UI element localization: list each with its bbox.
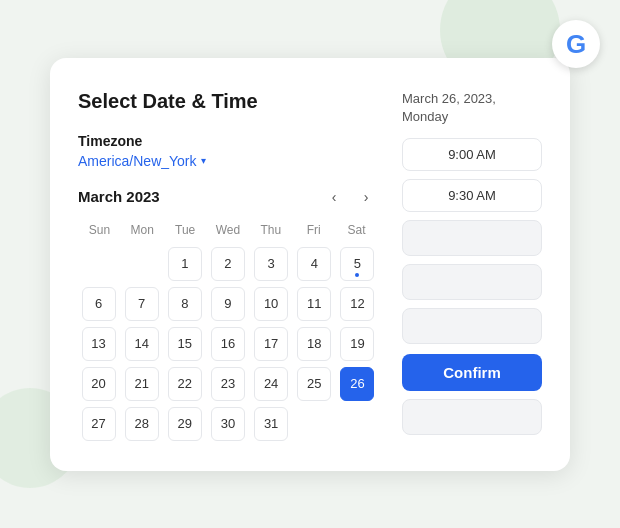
time-slot-1[interactable]: 9:00 AM xyxy=(402,138,542,171)
calendar-day-23[interactable]: 23 xyxy=(211,367,245,401)
calendar-day-29[interactable]: 29 xyxy=(168,407,202,441)
time-slot-empty-3 xyxy=(402,308,542,344)
calendar-day-18[interactable]: 18 xyxy=(297,327,331,361)
chevron-down-icon: ▾ xyxy=(201,155,206,166)
day-header-sat: Sat xyxy=(335,221,378,239)
calendar-grid: 1234567891011121314151617181920212223242… xyxy=(78,245,378,443)
calendar-day-27[interactable]: 27 xyxy=(82,407,116,441)
calendar-day-12[interactable]: 12 xyxy=(340,287,374,321)
calendar-day-11[interactable]: 11 xyxy=(297,287,331,321)
calendar-day-1[interactable]: 1 xyxy=(168,247,202,281)
calendar-day-2[interactable]: 2 xyxy=(211,247,245,281)
day-header-fri: Fri xyxy=(292,221,335,239)
calendar-day-9[interactable]: 9 xyxy=(211,287,245,321)
next-month-button[interactable]: › xyxy=(354,185,378,209)
calendar-day-4[interactable]: 4 xyxy=(297,247,331,281)
cal-empty xyxy=(82,247,116,281)
calendar-day-7[interactable]: 7 xyxy=(125,287,159,321)
calendar-day-21[interactable]: 21 xyxy=(125,367,159,401)
calendar-day-14[interactable]: 14 xyxy=(125,327,159,361)
calendar-day-19[interactable]: 19 xyxy=(340,327,374,361)
calendar-day-10[interactable]: 10 xyxy=(254,287,288,321)
left-panel: Select Date & Time Timezone America/New_… xyxy=(78,90,378,443)
selected-date-header: March 26, 2023, Monday xyxy=(402,90,542,126)
day-header-tue: Tue xyxy=(164,221,207,239)
main-card: Select Date & Time Timezone America/New_… xyxy=(50,58,570,471)
nav-arrows: ‹ › xyxy=(322,185,378,209)
calendar-day-15[interactable]: 15 xyxy=(168,327,202,361)
calendar-day-31[interactable]: 31 xyxy=(254,407,288,441)
timezone-dropdown[interactable]: America/New_York ▾ xyxy=(78,153,378,169)
day-header-thu: Thu xyxy=(249,221,292,239)
cal-empty xyxy=(125,247,159,281)
prev-month-button[interactable]: ‹ xyxy=(322,185,346,209)
calendar-day-30[interactable]: 30 xyxy=(211,407,245,441)
month-nav: March 2023 ‹ › xyxy=(78,185,378,209)
calendar-day-6[interactable]: 6 xyxy=(82,287,116,321)
calendar-day-20[interactable]: 20 xyxy=(82,367,116,401)
calendar-day-5[interactable]: 5 xyxy=(340,247,374,281)
time-slot-empty-1 xyxy=(402,220,542,256)
right-panel: March 26, 2023, Monday 9:00 AM 9:30 AM C… xyxy=(402,90,542,443)
calendar-header: Sun Mon Tue Wed Thu Fri Sat xyxy=(78,221,378,239)
panel-title: Select Date & Time xyxy=(78,90,378,113)
google-icon: G xyxy=(552,20,600,68)
calendar-day-3[interactable]: 3 xyxy=(254,247,288,281)
calendar-day-16[interactable]: 16 xyxy=(211,327,245,361)
confirm-button[interactable]: Confirm xyxy=(402,354,542,391)
calendar-day-28[interactable]: 28 xyxy=(125,407,159,441)
day-header-sun: Sun xyxy=(78,221,121,239)
calendar-day-24[interactable]: 24 xyxy=(254,367,288,401)
day-header-mon: Mon xyxy=(121,221,164,239)
month-label: March 2023 xyxy=(78,188,160,205)
calendar: Sun Mon Tue Wed Thu Fri Sat 123456789101… xyxy=(78,221,378,443)
calendar-day-25[interactable]: 25 xyxy=(297,367,331,401)
time-slot-empty-4 xyxy=(402,399,542,435)
timezone-label: Timezone xyxy=(78,133,378,149)
calendar-day-22[interactable]: 22 xyxy=(168,367,202,401)
time-slot-empty-2 xyxy=(402,264,542,300)
day-header-wed: Wed xyxy=(207,221,250,239)
calendar-day-13[interactable]: 13 xyxy=(82,327,116,361)
time-slot-2[interactable]: 9:30 AM xyxy=(402,179,542,212)
calendar-day-8[interactable]: 8 xyxy=(168,287,202,321)
calendar-day-26[interactable]: 26 xyxy=(340,367,374,401)
timezone-value: America/New_York xyxy=(78,153,197,169)
calendar-day-17[interactable]: 17 xyxy=(254,327,288,361)
